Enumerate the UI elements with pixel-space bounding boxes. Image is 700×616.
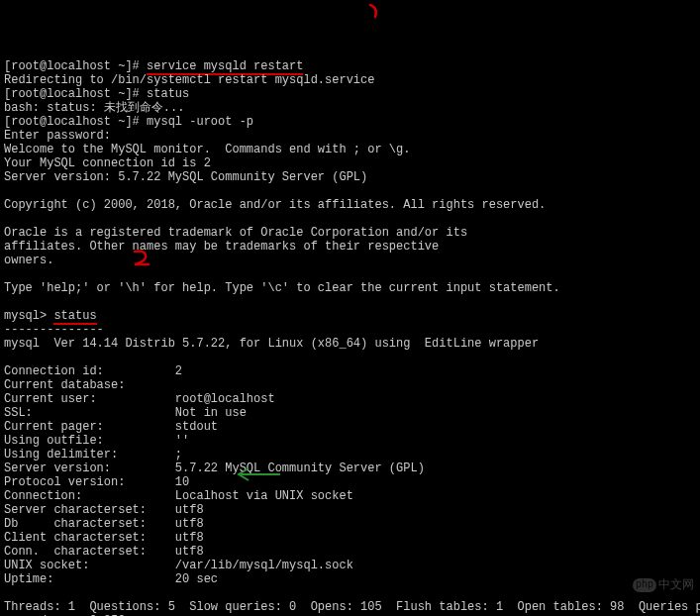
status-using-delimiter: Using delimiter: ; (4, 448, 182, 462)
status-client-characterset: Client characterset: utf8 (4, 531, 204, 545)
output-line: Enter password: (4, 129, 111, 143)
status-connection: Connection: Localhost via UNIX socket (4, 489, 353, 503)
output-line: Oracle is a registered trademark of Orac… (4, 226, 467, 240)
output-line: Server version: 5.7.22 MySQL Community S… (4, 170, 367, 184)
output-line: Type 'help;' or '\h' for help. Type '\c'… (4, 281, 560, 295)
output-line: Redirecting to /bin/systemctl restart my… (4, 73, 374, 87)
status-current-database: Current database: (4, 378, 125, 392)
annotation-mark-1 (366, 2, 396, 20)
watermark: php 中文网 (633, 578, 694, 592)
status-stats: Threads: 1 Questions: 5 Slow queries: 0 … (4, 600, 700, 614)
output-line: Copyright (c) 2000, 2018, Oracle and/or … (4, 198, 546, 212)
status-using-outfile: Using outfile: '' (4, 434, 189, 448)
output-line: Welcome to the MySQL monitor. Commands e… (4, 143, 410, 156)
status-connection-id: Connection id: 2 (4, 364, 182, 378)
status-protocol-version: Protocol version: 10 (4, 475, 189, 489)
output-line: [root@localhost ~]# mysql -uroot -p (4, 115, 253, 129)
status-server-version: Server version: 5.7.22 MySQL Community S… (4, 462, 425, 475)
status-conn-characterset: Conn. characterset: utf8 (4, 545, 204, 559)
output-line: owners. (4, 254, 53, 267)
mysql-prompt: mysql> (4, 309, 53, 323)
output-line: -------------- (4, 323, 104, 337)
status-unix-socket: UNIX socket: /var/lib/mysql/mysql.sock (4, 559, 353, 572)
status-server-characterset: Server characterset: utf8 (4, 503, 204, 517)
output-line: Your MySQL connection id is 2 (4, 156, 211, 170)
watermark-right: 中文网 (658, 578, 694, 592)
status-current-pager: Current pager: stdout (4, 420, 218, 434)
status-db-characterset: Db characterset: utf8 (4, 517, 204, 531)
output-line: bash: status: 未找到命令... (4, 101, 184, 115)
shell-prompt: [root@localhost ~]# (4, 59, 147, 73)
terminal-output[interactable]: [root@localhost ~]# service mysqld resta… (4, 59, 696, 616)
output-line: mysql Ver 14.14 Distrib 5.7.22, for Linu… (4, 337, 539, 351)
output-line: affiliates. Other names may be trademark… (4, 240, 439, 254)
status-current-user: Current user: root@localhost (4, 392, 275, 406)
status-uptime: Uptime: 20 sec (4, 572, 218, 586)
watermark-left: php (633, 578, 656, 592)
output-line: [root@localhost ~]# status (4, 87, 189, 101)
status-ssl: SSL: Not in use (4, 406, 247, 420)
